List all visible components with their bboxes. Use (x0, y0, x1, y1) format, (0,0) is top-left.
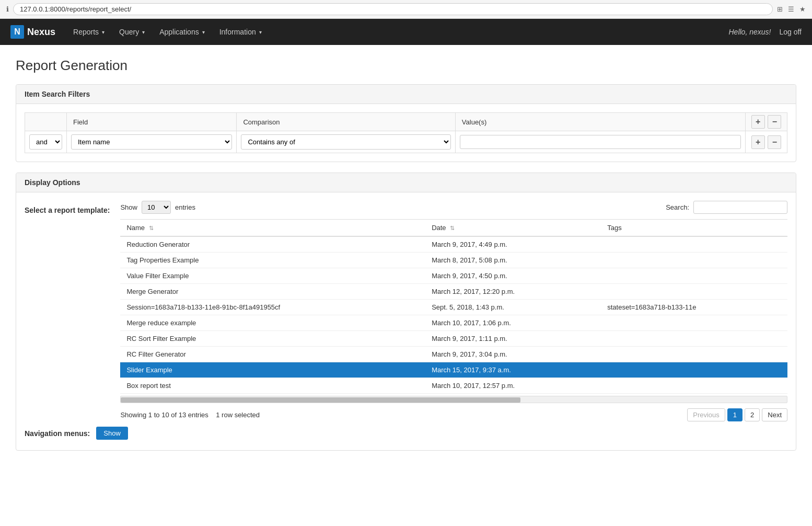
brand-icon: N (10, 25, 24, 39)
add-filter-row-button[interactable]: + (751, 135, 765, 149)
cell-name: Box report test (120, 378, 425, 394)
address-bar: ℹ 127.0.0.1:8000/reports/report_select/ … (0, 0, 812, 19)
cell-date: March 9, 2017, 4:50 p.m. (425, 268, 601, 284)
table-row[interactable]: RC Sort Filter ExampleMarch 9, 2017, 1:1… (120, 331, 787, 347)
filter-th-values: Value(s) (455, 113, 745, 131)
th-date[interactable]: Date ⇅ (425, 220, 601, 237)
star-icon[interactable]: ★ (799, 5, 806, 13)
nav-right: Hello, nexus! Log off (729, 28, 802, 36)
th-tags[interactable]: Tags (601, 220, 787, 237)
select-template-label: Select a report template: (25, 201, 110, 214)
search-label: Search: (666, 203, 689, 211)
table-header-row: Name ⇅ Date ⇅ Tags (120, 220, 787, 237)
filter-table: Field Comparison Value(s) + − and (25, 112, 787, 153)
cell-tags (601, 331, 787, 347)
applications-dropdown-icon: ▾ (202, 29, 205, 35)
page-1-button[interactable]: 1 (727, 408, 743, 421)
filter-conjunction-select[interactable]: and or (29, 134, 62, 150)
logoff-link[interactable]: Log off (779, 28, 802, 36)
cell-name: Merge Generator (120, 284, 425, 300)
entries-label: entries (175, 203, 195, 211)
previous-button[interactable]: Previous (687, 408, 725, 421)
name-sort-icon: ⇅ (149, 225, 154, 232)
filter-th-empty (25, 113, 67, 131)
browser-icons: ⊞ ☰ ★ (777, 5, 806, 13)
url-field[interactable]: 127.0.0.1:8000/reports/report_select/ (13, 3, 773, 15)
nav-menus-row: Navigation menus: Show (25, 421, 787, 442)
cell-name: Session=1683a718-b133-11e8-91bc-8f1a4919… (120, 300, 425, 315)
cell-name: Slider Example (120, 362, 425, 378)
dt-scroll-wrapper: Name ⇅ Date ⇅ Tags (120, 219, 787, 394)
entries-count-select[interactable]: 10 25 50 100 (142, 201, 171, 214)
table-row[interactable]: Merge reduce exampleMarch 10, 2017, 1:06… (120, 315, 787, 331)
page-2-button[interactable]: 2 (745, 408, 760, 421)
nav-item-applications[interactable]: Applications ▾ (152, 19, 212, 45)
filter-th-comparison: Comparison (237, 113, 455, 131)
nav-item-query[interactable]: Query ▾ (112, 19, 152, 45)
table-row[interactable]: Session=1683a718-b133-11e8-91bc-8f1a4919… (120, 300, 787, 315)
cell-name: RC Filter Generator (120, 347, 425, 362)
dt-controls-bottom: Showing 1 to 10 of 13 entries 1 row sele… (120, 408, 787, 421)
dt-scrollbar-thumb (121, 397, 520, 403)
item-search-filters-body: Field Comparison Value(s) + − and (16, 104, 796, 162)
page-title: Report Generation (16, 58, 796, 74)
cell-date: March 9, 2017, 3:04 p.m. (425, 347, 601, 362)
cell-tags (601, 378, 787, 394)
item-search-filters-panel: Item Search Filters Field Comparison Val… (16, 84, 796, 162)
filter-value-input[interactable] (460, 135, 741, 149)
next-button[interactable]: Next (762, 408, 787, 421)
filter-value-cell (455, 131, 745, 153)
remove-filter-row-button[interactable]: − (768, 135, 781, 149)
cell-tags (601, 253, 787, 268)
info-icon: ℹ (6, 5, 9, 13)
bookmarks-icon[interactable]: ☰ (788, 5, 794, 13)
table-row[interactable]: Value Filter ExampleMarch 9, 2017, 4:50 … (120, 268, 787, 284)
cell-date: March 9, 2017, 1:11 p.m. (425, 331, 601, 347)
date-sort-icon: ⇅ (450, 225, 455, 232)
nav-item-information[interactable]: Information ▾ (212, 19, 269, 45)
cell-tags (601, 347, 787, 362)
table-row[interactable]: Tag Properties ExampleMarch 8, 2017, 5:0… (120, 253, 787, 268)
cell-tags: stateset=1683a718-b133-11e (601, 300, 787, 315)
greeting-text: Hello, nexus! (729, 28, 771, 36)
report-template-table: Name ⇅ Date ⇅ Tags (120, 219, 787, 394)
filter-field-select[interactable]: Item name Item type Item tag Item status (71, 134, 232, 150)
nav-menus-label: Navigation menus: (25, 429, 90, 438)
dt-scrollbar[interactable] (120, 396, 787, 403)
table-row[interactable]: Reduction GeneratorMarch 9, 2017, 4:49 p… (120, 236, 787, 253)
cell-date: March 15, 2017, 9:37 a.m. (425, 362, 601, 378)
cell-name: Reduction Generator (120, 236, 425, 253)
cell-name: Tag Properties Example (120, 253, 425, 268)
cell-tags (601, 315, 787, 331)
dt-controls-top: Show 10 25 50 100 entries Search: (120, 201, 787, 214)
nav-items: Reports ▾ Query ▾ Applications ▾ Informa… (66, 19, 728, 45)
filter-comparison-select[interactable]: Contains any of Does not contain Is equa… (241, 134, 450, 150)
remove-filter-button-header[interactable]: − (768, 115, 781, 129)
report-table-body: Reduction GeneratorMarch 9, 2017, 4:49 p… (120, 236, 787, 394)
cell-name: Value Filter Example (120, 268, 425, 284)
th-date-label: Date (432, 224, 446, 232)
table-row[interactable]: Merge GeneratorMarch 12, 2017, 12:20 p.m… (120, 284, 787, 300)
table-row[interactable]: RC Filter GeneratorMarch 9, 2017, 3:04 p… (120, 347, 787, 362)
navbar: N Nexus Reports ▾ Query ▾ Applications ▾… (0, 19, 812, 45)
row-selected-info: 1 row selected (216, 411, 260, 419)
table-row[interactable]: Slider ExampleMarch 15, 2017, 9:37 a.m. (120, 362, 787, 378)
extensions-icon[interactable]: ⊞ (777, 5, 783, 13)
cell-date: Sept. 5, 2018, 1:43 p.m. (425, 300, 601, 315)
table-row[interactable]: Box report testMarch 10, 2017, 12:57 p.m… (120, 378, 787, 394)
cell-tags (601, 236, 787, 253)
nav-item-reports[interactable]: Reports ▾ (66, 19, 112, 45)
search-input[interactable] (693, 201, 787, 214)
show-label: Show (120, 203, 137, 211)
main-content: Report Generation Item Search Filters Fi… (0, 45, 812, 474)
filter-comparison-cell: Contains any of Does not contain Is equa… (237, 131, 455, 153)
filter-th-field: Field (67, 113, 237, 131)
display-options-row: Select a report template: Show 10 25 50 … (25, 201, 787, 421)
add-filter-button-header[interactable]: + (751, 115, 765, 129)
cell-tags (601, 362, 787, 378)
brand-link[interactable]: N Nexus (10, 25, 55, 39)
dt-search: Search: (666, 201, 787, 214)
show-nav-menus-button[interactable]: Show (96, 427, 128, 440)
th-name[interactable]: Name ⇅ (120, 220, 425, 237)
pagination: Previous 1 2 Next (687, 408, 787, 421)
